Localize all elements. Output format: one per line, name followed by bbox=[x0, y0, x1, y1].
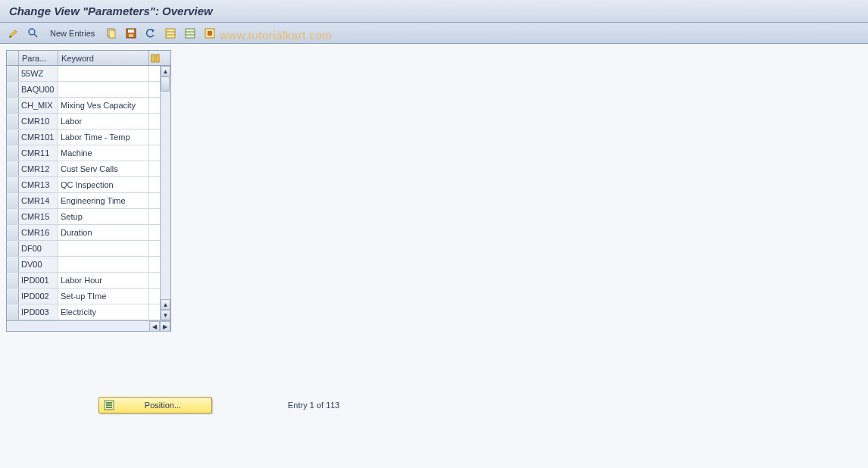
table-row: IPD003Electricity bbox=[7, 304, 170, 320]
table-row: CMR15Setup bbox=[7, 209, 170, 225]
scroll-down-icon[interactable]: ▼ bbox=[161, 310, 170, 320]
cell-keyword[interactable] bbox=[58, 241, 149, 256]
row-selector[interactable] bbox=[7, 161, 19, 176]
cell-param[interactable]: CMR12 bbox=[19, 161, 58, 176]
cell-keyword[interactable] bbox=[58, 257, 149, 272]
cell-keyword[interactable]: Machine bbox=[58, 145, 149, 161]
scroll-up-page-icon[interactable]: ▲ bbox=[161, 299, 170, 310]
cell-keyword[interactable]: Set-up TIme bbox=[58, 289, 149, 304]
row-selector[interactable] bbox=[7, 66, 19, 81]
cell-param[interactable]: CMR11 bbox=[19, 145, 58, 161]
cell-keyword[interactable]: Duration bbox=[58, 225, 149, 240]
scroll-right-icon[interactable]: ▶ bbox=[160, 321, 170, 332]
row-selector[interactable] bbox=[7, 98, 19, 113]
table-row: DF00 bbox=[7, 241, 170, 257]
cell-keyword[interactable]: Cust Serv Calls bbox=[58, 161, 149, 176]
row-selector[interactable] bbox=[7, 193, 19, 208]
row-selector[interactable] bbox=[7, 145, 19, 161]
cell-param[interactable]: CH_MIX bbox=[19, 98, 58, 113]
table-row: CMR11Machine bbox=[7, 145, 170, 161]
cell-param[interactable]: CMR14 bbox=[19, 193, 58, 208]
cell-param[interactable]: CMR101 bbox=[19, 129, 58, 145]
new-entries-button[interactable]: New Entries bbox=[45, 27, 99, 39]
vertical-scrollbar[interactable]: ▲ ▲ ▼ bbox=[160, 66, 170, 320]
svg-rect-20 bbox=[106, 404, 112, 406]
cell-keyword[interactable]: QC Inspection bbox=[58, 177, 149, 192]
change-display-icon[interactable] bbox=[6, 26, 21, 41]
row-selector[interactable] bbox=[7, 114, 19, 129]
cell-param[interactable]: 55WZ bbox=[19, 66, 58, 81]
select-all-column[interactable] bbox=[7, 51, 19, 65]
page-title: Change View "Parameters": Overview bbox=[0, 0, 868, 23]
scroll-left-icon[interactable]: ◀ bbox=[149, 321, 160, 332]
table-config-icon[interactable] bbox=[149, 51, 161, 65]
cell-keyword[interactable]: Setup bbox=[58, 209, 149, 224]
table-row: CH_MIXMixing Ves Capacity bbox=[7, 98, 170, 114]
row-selector[interactable] bbox=[7, 82, 19, 97]
table-row: CMR16Duration bbox=[7, 225, 170, 241]
cell-keyword[interactable]: Engineering Time bbox=[58, 193, 149, 208]
table-row: IPD001Labor Hour bbox=[7, 273, 170, 289]
delimit-icon[interactable] bbox=[202, 26, 217, 41]
cell-param[interactable]: IPD003 bbox=[19, 304, 58, 320]
cell-param[interactable]: IPD001 bbox=[19, 273, 58, 288]
table-row: DV00 bbox=[7, 257, 170, 273]
position-label: Position... bbox=[119, 401, 207, 410]
table-row: CMR12Cust Serv Calls bbox=[7, 161, 170, 177]
find-icon[interactable] bbox=[26, 26, 41, 41]
row-selector[interactable] bbox=[7, 241, 19, 256]
save-icon[interactable] bbox=[123, 26, 139, 41]
svg-rect-17 bbox=[156, 55, 159, 62]
scroll-thumb[interactable] bbox=[161, 76, 170, 92]
horizontal-scrollbar[interactable]: ◀ ▶ bbox=[7, 320, 170, 331]
undo-icon[interactable] bbox=[143, 26, 158, 41]
row-selector[interactable] bbox=[7, 225, 19, 240]
column-header-keyword[interactable]: Keyword bbox=[58, 51, 149, 65]
cell-param[interactable]: DV00 bbox=[19, 257, 58, 272]
scroll-track[interactable] bbox=[161, 76, 170, 299]
cell-keyword[interactable]: Labor bbox=[58, 114, 149, 129]
row-selector[interactable] bbox=[7, 129, 19, 145]
table-row: BAQU00 bbox=[7, 82, 170, 98]
parameters-table: Para... Keyword 55WZBAQU00CH_MIXMixing V… bbox=[6, 50, 171, 332]
row-selector[interactable] bbox=[7, 273, 19, 288]
table-row: CMR101Labor Time - Temp bbox=[7, 129, 170, 145]
cell-param[interactable]: BAQU00 bbox=[19, 82, 58, 97]
table-header: Para... Keyword bbox=[7, 51, 170, 66]
select-all-icon[interactable] bbox=[163, 26, 178, 41]
svg-rect-19 bbox=[106, 402, 112, 404]
cell-keyword[interactable] bbox=[58, 66, 149, 81]
copy-icon[interactable] bbox=[104, 26, 119, 41]
cell-param[interactable]: CMR16 bbox=[19, 225, 58, 240]
cell-keyword[interactable] bbox=[58, 82, 149, 97]
column-header-param[interactable]: Para... bbox=[19, 51, 58, 65]
row-selector[interactable] bbox=[7, 257, 19, 272]
table-row: CMR10Labor bbox=[7, 114, 170, 129]
cell-keyword[interactable]: Labor Time - Temp bbox=[58, 129, 149, 145]
row-selector[interactable] bbox=[7, 304, 19, 320]
svg-rect-3 bbox=[109, 30, 115, 38]
cell-keyword[interactable]: Labor Hour bbox=[58, 273, 149, 288]
svg-line-1 bbox=[34, 34, 37, 37]
cell-param[interactable]: CMR15 bbox=[19, 209, 58, 224]
row-selector[interactable] bbox=[7, 177, 19, 192]
table-row: CMR13QC Inspection bbox=[7, 177, 170, 193]
svg-rect-11 bbox=[186, 29, 195, 38]
row-selector[interactable] bbox=[7, 289, 19, 304]
cell-param[interactable]: CMR13 bbox=[19, 177, 58, 192]
table-row: IPD002Set-up TIme bbox=[7, 289, 170, 304]
cell-param[interactable]: CMR10 bbox=[19, 114, 58, 129]
cell-keyword[interactable]: Mixing Ves Capacity bbox=[58, 98, 149, 113]
svg-rect-21 bbox=[106, 407, 112, 408]
cell-param[interactable]: DF00 bbox=[19, 241, 58, 256]
footer: Position... Entry 1 of 113 bbox=[98, 397, 340, 413]
cell-param[interactable]: IPD002 bbox=[19, 289, 58, 304]
row-selector[interactable] bbox=[7, 209, 19, 224]
deselect-all-icon[interactable] bbox=[183, 26, 198, 41]
table-body: 55WZBAQU00CH_MIXMixing Ves CapacityCMR10… bbox=[7, 66, 170, 320]
entry-status: Entry 1 of 113 bbox=[288, 401, 340, 410]
scroll-up-icon[interactable]: ▲ bbox=[161, 66, 170, 76]
position-icon bbox=[104, 400, 114, 410]
position-button[interactable]: Position... bbox=[98, 397, 212, 413]
cell-keyword[interactable]: Electricity bbox=[58, 304, 149, 320]
